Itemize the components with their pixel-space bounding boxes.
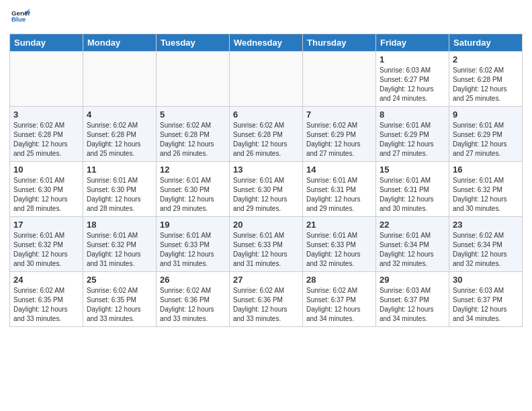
calendar-cell [157, 52, 230, 107]
calendar-cell: 25Sunrise: 6:02 AM Sunset: 6:35 PM Dayli… [83, 272, 157, 327]
day-info: Sunrise: 6:02 AM Sunset: 6:35 PM Dayligh… [87, 286, 152, 324]
calendar-cell: 2Sunrise: 6:02 AM Sunset: 6:28 PM Daylig… [449, 52, 523, 107]
day-number: 15 [380, 165, 445, 175]
calendar-cell: 19Sunrise: 6:01 AM Sunset: 6:33 PM Dayli… [157, 217, 230, 272]
day-info: Sunrise: 6:02 AM Sunset: 6:28 PM Dayligh… [13, 121, 79, 158]
day-number: 28 [306, 275, 372, 285]
day-number: 1 [380, 54, 445, 64]
calendar-cell [303, 52, 376, 107]
day-info: Sunrise: 6:01 AM Sunset: 6:33 PM Dayligh… [306, 231, 372, 269]
day-info: Sunrise: 6:02 AM Sunset: 6:34 PM Dayligh… [453, 231, 519, 269]
calendar-cell: 18Sunrise: 6:01 AM Sunset: 6:32 PM Dayli… [83, 217, 157, 272]
calendar-cell: 20Sunrise: 6:01 AM Sunset: 6:33 PM Dayli… [230, 217, 303, 272]
calendar-cell: 17Sunrise: 6:01 AM Sunset: 6:32 PM Dayli… [10, 217, 83, 272]
logo: General Blue [9, 7, 30, 28]
calendar-cell: 23Sunrise: 6:02 AM Sunset: 6:34 PM Dayli… [449, 217, 523, 272]
day-info: Sunrise: 6:02 AM Sunset: 6:36 PM Dayligh… [233, 286, 299, 324]
calendar-cell: 15Sunrise: 6:01 AM Sunset: 6:31 PM Dayli… [376, 162, 449, 217]
logo-icon: General Blue [11, 7, 30, 26]
day-number: 27 [233, 275, 299, 285]
day-number: 19 [160, 220, 226, 230]
weekday-header: Friday [376, 34, 449, 52]
calendar-cell: 3Sunrise: 6:02 AM Sunset: 6:28 PM Daylig… [10, 107, 83, 162]
day-number: 14 [306, 165, 372, 175]
calendar-table: SundayMondayTuesdayWednesdayThursdayFrid… [9, 34, 523, 327]
day-info: Sunrise: 6:02 AM Sunset: 6:28 PM Dayligh… [87, 121, 152, 158]
calendar-cell: 11Sunrise: 6:01 AM Sunset: 6:30 PM Dayli… [83, 162, 157, 217]
calendar-week-row: 17Sunrise: 6:01 AM Sunset: 6:32 PM Dayli… [10, 217, 523, 272]
day-number: 16 [453, 165, 519, 175]
day-number: 7 [306, 109, 372, 120]
calendar-cell: 16Sunrise: 6:01 AM Sunset: 6:32 PM Dayli… [449, 162, 523, 217]
calendar-cell: 12Sunrise: 6:01 AM Sunset: 6:30 PM Dayli… [157, 162, 230, 217]
day-number: 12 [160, 165, 226, 175]
day-info: Sunrise: 6:01 AM Sunset: 6:33 PM Dayligh… [160, 231, 226, 269]
page-container: General Blue SundayMondayTuesdayWednesda… [0, 0, 532, 334]
calendar-cell: 28Sunrise: 6:02 AM Sunset: 6:37 PM Dayli… [303, 272, 376, 327]
calendar-cell: 13Sunrise: 6:01 AM Sunset: 6:30 PM Dayli… [230, 162, 303, 217]
day-info: Sunrise: 6:01 AM Sunset: 6:29 PM Dayligh… [453, 121, 519, 158]
calendar-cell: 21Sunrise: 6:01 AM Sunset: 6:33 PM Dayli… [303, 217, 376, 272]
weekday-header: Saturday [449, 34, 523, 52]
calendar-cell: 5Sunrise: 6:02 AM Sunset: 6:28 PM Daylig… [157, 107, 230, 162]
day-info: Sunrise: 6:02 AM Sunset: 6:28 PM Dayligh… [453, 66, 519, 103]
day-number: 6 [233, 109, 299, 120]
calendar-cell: 1Sunrise: 6:03 AM Sunset: 6:27 PM Daylig… [376, 52, 449, 107]
day-info: Sunrise: 6:01 AM Sunset: 6:30 PM Dayligh… [87, 176, 152, 214]
calendar-cell: 6Sunrise: 6:02 AM Sunset: 6:28 PM Daylig… [230, 107, 303, 162]
day-info: Sunrise: 6:02 AM Sunset: 6:35 PM Dayligh… [13, 286, 79, 324]
day-number: 29 [380, 275, 445, 285]
calendar-cell: 22Sunrise: 6:01 AM Sunset: 6:34 PM Dayli… [376, 217, 449, 272]
day-number: 25 [87, 275, 152, 285]
header: General Blue [9, 7, 523, 28]
calendar-header-row: SundayMondayTuesdayWednesdayThursdayFrid… [10, 34, 523, 52]
calendar-cell: 27Sunrise: 6:02 AM Sunset: 6:36 PM Dayli… [230, 272, 303, 327]
weekday-header: Tuesday [157, 34, 230, 52]
calendar-cell: 9Sunrise: 6:01 AM Sunset: 6:29 PM Daylig… [449, 107, 523, 162]
calendar-cell: 4Sunrise: 6:02 AM Sunset: 6:28 PM Daylig… [83, 107, 157, 162]
calendar-cell: 8Sunrise: 6:01 AM Sunset: 6:29 PM Daylig… [376, 107, 449, 162]
day-info: Sunrise: 6:03 AM Sunset: 6:37 PM Dayligh… [453, 286, 519, 324]
day-number: 20 [233, 220, 299, 230]
day-number: 17 [13, 220, 79, 230]
calendar-week-row: 24Sunrise: 6:02 AM Sunset: 6:35 PM Dayli… [10, 272, 523, 327]
day-number: 2 [453, 54, 519, 64]
day-number: 21 [306, 220, 372, 230]
calendar-cell: 7Sunrise: 6:02 AM Sunset: 6:29 PM Daylig… [303, 107, 376, 162]
day-number: 3 [13, 109, 79, 120]
day-number: 18 [87, 220, 152, 230]
calendar-cell: 10Sunrise: 6:01 AM Sunset: 6:30 PM Dayli… [10, 162, 83, 217]
day-info: Sunrise: 6:01 AM Sunset: 6:31 PM Dayligh… [380, 176, 445, 214]
calendar-cell [10, 52, 83, 107]
day-info: Sunrise: 6:02 AM Sunset: 6:29 PM Dayligh… [306, 121, 372, 158]
day-number: 9 [453, 109, 519, 120]
calendar-cell [83, 52, 157, 107]
day-info: Sunrise: 6:02 AM Sunset: 6:28 PM Dayligh… [160, 121, 226, 158]
weekday-header: Thursday [303, 34, 376, 52]
calendar-week-row: 10Sunrise: 6:01 AM Sunset: 6:30 PM Dayli… [10, 162, 523, 217]
day-number: 11 [87, 165, 152, 175]
day-number: 13 [233, 165, 299, 175]
day-number: 4 [87, 109, 152, 120]
calendar-cell: 24Sunrise: 6:02 AM Sunset: 6:35 PM Dayli… [10, 272, 83, 327]
calendar-cell: 29Sunrise: 6:03 AM Sunset: 6:37 PM Dayli… [376, 272, 449, 327]
calendar-cell: 26Sunrise: 6:02 AM Sunset: 6:36 PM Dayli… [157, 272, 230, 327]
day-number: 8 [380, 109, 445, 120]
calendar-cell [230, 52, 303, 107]
day-info: Sunrise: 6:01 AM Sunset: 6:32 PM Dayligh… [453, 176, 519, 214]
calendar-week-row: 3Sunrise: 6:02 AM Sunset: 6:28 PM Daylig… [10, 107, 523, 162]
day-info: Sunrise: 6:01 AM Sunset: 6:31 PM Dayligh… [306, 176, 372, 214]
day-info: Sunrise: 6:02 AM Sunset: 6:28 PM Dayligh… [233, 121, 299, 158]
day-number: 24 [13, 275, 79, 285]
day-info: Sunrise: 6:01 AM Sunset: 6:34 PM Dayligh… [380, 231, 445, 269]
day-info: Sunrise: 6:01 AM Sunset: 6:32 PM Dayligh… [87, 231, 152, 269]
day-info: Sunrise: 6:03 AM Sunset: 6:27 PM Dayligh… [380, 66, 445, 103]
day-number: 22 [380, 220, 445, 230]
day-info: Sunrise: 6:02 AM Sunset: 6:37 PM Dayligh… [306, 286, 372, 324]
day-info: Sunrise: 6:02 AM Sunset: 6:36 PM Dayligh… [160, 286, 226, 324]
calendar-body: 1Sunrise: 6:03 AM Sunset: 6:27 PM Daylig… [10, 52, 523, 327]
day-number: 23 [453, 220, 519, 230]
calendar-cell: 14Sunrise: 6:01 AM Sunset: 6:31 PM Dayli… [303, 162, 376, 217]
day-info: Sunrise: 6:01 AM Sunset: 6:32 PM Dayligh… [13, 231, 79, 269]
day-info: Sunrise: 6:01 AM Sunset: 6:33 PM Dayligh… [233, 231, 299, 269]
